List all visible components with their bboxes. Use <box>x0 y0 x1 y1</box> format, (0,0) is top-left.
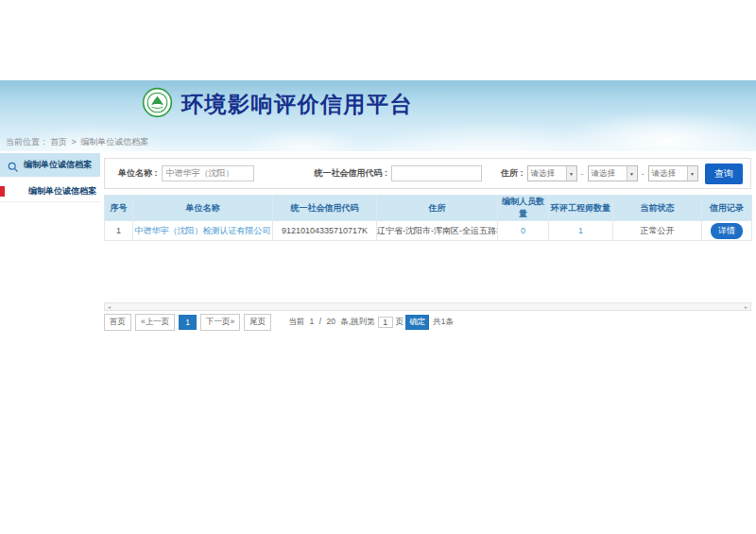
credit-code-label: 统一社会信用代码 : <box>315 167 388 180</box>
search-button[interactable]: 查询 <box>705 164 743 184</box>
cell-address: 辽宁省-沈阳市-浑南区-全运五路35-1号楼902 <box>377 221 498 241</box>
first-page-button[interactable]: 首页 <box>104 314 131 331</box>
pagination-total: 共1条 <box>433 317 454 328</box>
pagination-info-tail: 条,跳到第 <box>340 317 374 326</box>
col-header-address: 住所 <box>377 196 498 221</box>
credit-code-input[interactable] <box>391 165 482 181</box>
table-header-row: 序号 单位名称 统一社会信用代码 住所 编制人员数量 环评工程师数量 当前状态 … <box>105 196 752 221</box>
sidebar-item-archive[interactable]: 编制单位诚信档案 <box>0 181 100 202</box>
col-header-index: 序号 <box>105 196 133 221</box>
sidebar-item-archive-header[interactable]: 编制单位诚信档案 <box>0 153 100 177</box>
select-separator: - <box>581 169 584 179</box>
col-header-unit-name: 单位名称 <box>133 196 273 221</box>
table-row: 1 中谱华宇（沈阳）检测认证有限公司 91210104335710717K 辽宁… <box>105 221 752 241</box>
province-select[interactable]: 请选择 ▼ <box>527 165 577 181</box>
header-banner: 环境影响评价信用平台 当前位置：首页 > 编制单位诚信档案 <box>0 80 756 151</box>
current-page-button[interactable]: 1 <box>179 315 197 330</box>
pagination-per-page: 20 <box>326 317 335 326</box>
cell-status: 正常公开 <box>613 221 702 241</box>
engineer-count-link[interactable]: 1 <box>578 226 583 235</box>
district-select-value: 请选择 <box>649 168 687 180</box>
pagination-slash: / <box>319 317 321 326</box>
page-title: 环境影响评价信用平台 <box>181 90 413 119</box>
horizontal-scrollbar[interactable]: ◄ ► <box>104 302 751 311</box>
city-select[interactable]: 请选择 ▼ <box>588 165 638 181</box>
col-header-credit-record: 信用记录 <box>702 196 752 221</box>
chevron-down-icon: ▼ <box>687 166 697 181</box>
sidebar-item-label: 编制单位诚信档案 <box>24 159 92 171</box>
chevron-down-icon: ▼ <box>566 166 576 181</box>
detail-button[interactable]: 详情 <box>711 223 743 239</box>
scroll-left-icon[interactable]: ◄ <box>105 304 113 310</box>
staff-count-link[interactable]: 0 <box>521 226 525 235</box>
sidebar-item-label: 编制单位诚信档案 <box>28 185 96 198</box>
pagination-info-current: 当前 <box>288 317 304 326</box>
pagination-info: 当前 1 / 20 条,跳到第 <box>288 317 374 328</box>
cell-credit-code: 91210104335710717K <box>273 221 377 241</box>
active-marker <box>0 186 5 197</box>
jump-page-input[interactable] <box>378 317 393 328</box>
cell-index: 1 <box>105 221 133 241</box>
unit-name-link[interactable]: 中谱华宇（沈阳）检测认证有限公司 <box>135 226 271 235</box>
search-form: 单位名称 : 统一社会信用代码 : 住所 : 请选择 ▼ - 请选择 ▼ - 请… <box>104 158 751 189</box>
confirm-jump-button[interactable]: 确定 <box>405 315 429 330</box>
select-separator: - <box>642 169 644 179</box>
district-select[interactable]: 请选择 ▼ <box>648 165 698 181</box>
results-table: 序号 单位名称 统一社会信用代码 住所 编制人员数量 环评工程师数量 当前状态 … <box>104 195 752 241</box>
breadcrumb-current: 编制单位诚信档案 <box>80 137 148 146</box>
col-header-status: 当前状态 <box>613 196 702 221</box>
city-select-value: 请选择 <box>589 168 627 180</box>
col-header-credit-code: 统一社会信用代码 <box>273 196 377 221</box>
province-select-value: 请选择 <box>528 168 566 180</box>
pagination-page-word: 页 <box>396 317 404 328</box>
mee-logo-icon <box>142 87 173 118</box>
col-header-staff-count: 编制人员数量 <box>498 196 549 221</box>
breadcrumb-prefix: 当前位置： <box>6 137 48 146</box>
unit-name-label: 单位名称 : <box>118 167 158 180</box>
pagination-page-num: 1 <box>310 317 315 326</box>
pagination: 首页 «上一页 1 下一页» 尾页 当前 1 / 20 条,跳到第 页 确定 共… <box>104 315 751 330</box>
prev-page-button[interactable]: «上一页 <box>135 314 175 331</box>
breadcrumb-separator: > <box>72 137 77 146</box>
last-page-button[interactable]: 尾页 <box>244 314 271 331</box>
search-icon <box>8 160 19 171</box>
screen: 环境影响评价信用平台 当前位置：首页 > 编制单位诚信档案 编制单位诚信档案 编… <box>0 0 756 534</box>
address-label: 住所 : <box>501 167 524 180</box>
col-header-engineer-count: 环评工程师数量 <box>549 196 613 221</box>
breadcrumb: 当前位置：首页 > 编制单位诚信档案 <box>6 136 150 148</box>
scroll-right-icon[interactable]: ► <box>742 304 750 310</box>
chevron-down-icon: ▼ <box>627 166 637 181</box>
breadcrumb-home-link[interactable]: 首页 <box>50 137 67 146</box>
unit-name-input[interactable] <box>162 165 254 181</box>
next-page-button[interactable]: 下一页» <box>200 314 240 331</box>
